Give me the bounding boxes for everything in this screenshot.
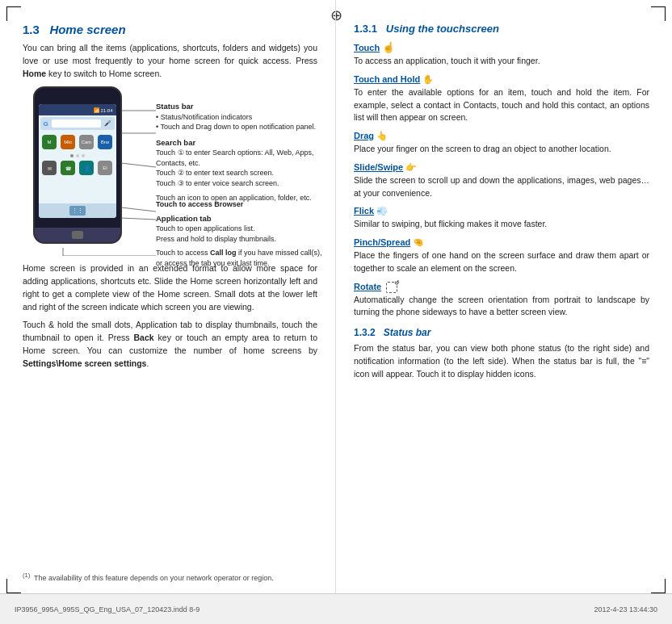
status-bar-text: From the status bar, you can view both p… [354, 342, 649, 380]
footer-left-text: IP3956_995A_995S_QG_Eng_USA_07_120423.in… [15, 605, 200, 614]
body-text-1: Home screen is provided in an extended f… [23, 262, 317, 313]
touch-section-drag: Drag 👆 Place your finger on the screen t… [354, 131, 649, 156]
svg-line-5 [121, 218, 156, 220]
callouts-bottom: Touch to access Browser Application tab … [156, 199, 326, 250]
touch-section-slide-swipe: Slide/Swipe 👉 Slide the screen to scroll… [354, 162, 649, 200]
intro-text: You can bring all the items (application… [23, 42, 317, 80]
footnote: (1) The availability of this feature dep… [23, 572, 321, 582]
svg-line-4 [121, 207, 156, 211]
touch-section-touch: Touch ☝ To access an application, touch … [354, 41, 649, 68]
touch-section-pinch-spread: Pinch/Spread 🤏 Place the fingers of one … [354, 237, 649, 275]
touch-section-flick: Flick 💨 Similar to swiping, but flicking… [354, 206, 649, 231]
svg-line-3 [121, 163, 156, 167]
body-text-2: Touch & hold the small dots, Application… [23, 319, 317, 370]
callout-search-bar: Search bar Touch ① to enter Search optio… [156, 137, 326, 189]
touch-section-touch-and-hold: Touch and Hold ✋ To enter the available … [354, 74, 649, 124]
section-heading-1-3: 1.3 Home screen [23, 23, 317, 36]
touch-section-rotate: Rotate ↺ Automatically change the screen… [354, 282, 649, 320]
callout-browser: Touch to access Browser [156, 199, 326, 210]
callout-call-log: Touch to access Call log if you have mis… [156, 248, 326, 268]
phone-mockup: 📶 21:04 G 🎤 M Mkt Cam [31, 86, 124, 248]
left-page: 1.3 Home screen You can bring all the it… [0, 0, 336, 624]
page-spread: ⊕ 1.3 Home screen You can bring all the … [0, 0, 672, 624]
callouts-right: Status bar • Status/Notification indicat… [156, 101, 326, 208]
section-heading-1-3-1: 1.3.1 Using the touchscreen [354, 23, 649, 35]
phone-diagram-area: 📶 21:04 G 🎤 M Mkt Cam [23, 86, 317, 256]
subsection-status-bar: 1.3.2 Status bar From the status bar, yo… [354, 327, 649, 380]
callout-status-bar: Status bar • Status/Notification indicat… [156, 101, 326, 132]
right-page: 1.3.1 Using the touchscreen Touch ☝ To a… [336, 0, 672, 624]
footer-right-text: 2012-4-23 13:44:30 [594, 605, 657, 614]
callout-app-tab: Application tab Touch to open applicatio… [156, 213, 326, 244]
footer-bar: IP3956_995A_995S_QG_Eng_USA_07_120423.in… [0, 593, 672, 624]
